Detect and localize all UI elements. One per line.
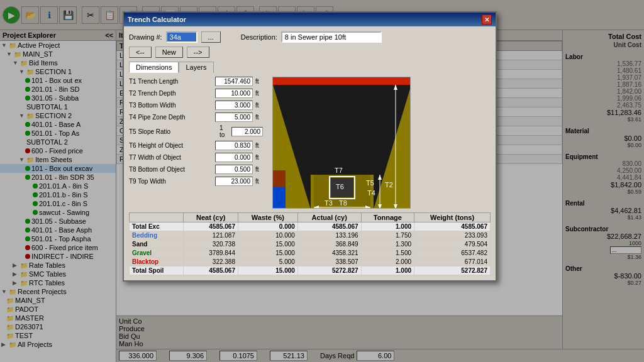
dim-t8-label: T8 Bottom of Object: [129, 166, 213, 173]
dim-t9-label: T9 Top Width: [129, 178, 213, 185]
drawing-row: Drawing #: ... Description:: [129, 31, 491, 43]
dim-t1-input[interactable]: [215, 77, 253, 86]
browse-btn[interactable]: ...: [201, 31, 221, 43]
drawing-input[interactable]: [166, 31, 197, 43]
modal-title: Trench Calculator: [128, 16, 186, 23]
col-empty: [130, 213, 184, 222]
back-btn[interactable]: <--: [129, 47, 152, 58]
dim-t4-label: T4 Pipe Zone Depth: [129, 114, 213, 121]
row-label-blacktop: Blacktop: [130, 258, 184, 266]
dim-t3-unit: ft: [255, 102, 267, 109]
tab-layers[interactable]: Layers: [179, 62, 213, 73]
tab-dimensions[interactable]: Dimensions: [129, 62, 179, 73]
dim-t8-input[interactable]: [215, 165, 253, 174]
cell-neat-sand: 320.738: [184, 240, 238, 249]
dim-t6-unit: ft: [255, 142, 267, 149]
svg-text:T7: T7: [335, 167, 343, 174]
dim-t6-input[interactable]: [215, 141, 253, 150]
row-label-total-exc: Total Exc: [130, 222, 184, 231]
dim-t2-input[interactable]: [215, 89, 253, 98]
description-label: Description:: [241, 33, 277, 41]
dim-t6-label: T6 Height of Object: [129, 142, 213, 149]
dim-t3-input[interactable]: [215, 101, 253, 110]
dim-t2: T2 Trench Depth ft: [129, 89, 267, 98]
table-row-total-spoil: Total Spoil 4585.067 15.000 5272.827 1.0…: [130, 266, 491, 275]
cell-waste-blacktop: 5.000: [238, 258, 297, 266]
cell-neat-bedding: 121.087: [184, 231, 238, 240]
dim-t4-unit: ft: [255, 114, 267, 121]
dim-t2-label: T2 Trench Depth: [129, 90, 213, 97]
svg-text:T5: T5: [366, 179, 374, 187]
cell-actual-blacktop: 338.507: [297, 258, 361, 266]
cell-weight-blacktop: 677.014: [414, 258, 491, 266]
cell-tonnage-spoil: 1.000: [361, 266, 414, 275]
dim-t5: T5 Slope Ratio 1 to: [129, 124, 267, 138]
cell-tonnage-gravel: 1.500: [361, 249, 414, 258]
svg-text:T8: T8: [339, 199, 347, 207]
dim-t7-input[interactable]: [215, 153, 253, 162]
svg-rect-1: [273, 77, 411, 85]
dim-t5-input[interactable]: [231, 127, 263, 136]
table-row-sand: Sand 320.738 15.000 368.849 1.300 479.50…: [130, 240, 491, 249]
drawing-label: Drawing #:: [129, 33, 162, 41]
cell-tonnage-sand: 1.300: [361, 240, 414, 249]
description-input[interactable]: [281, 31, 382, 43]
svg-text:T2: T2: [385, 181, 393, 189]
dim-t7: T7 Width of Object ft: [129, 153, 267, 162]
dim-t4: T4 Pipe Zone Depth ft: [129, 112, 267, 122]
dim-t1-label: T1 Trench Length: [129, 78, 213, 85]
bottom-summary-table: Neat (cy) Waste (%) Actual (cy) Tonnage …: [129, 212, 491, 275]
cell-weight-gravel: 6537.482: [414, 249, 491, 258]
dimensions-panel: T1 Trench Length ft T2 Trench Depth ft T…: [129, 77, 267, 209]
dim-t7-unit: ft: [255, 154, 267, 161]
dim-t1-unit: ft: [255, 78, 267, 85]
table-row-total-exc: Total Exc 4585.067 0.000 4585.067 1.000 …: [130, 222, 491, 231]
cell-waste-total: 0.000: [238, 222, 297, 231]
forward-btn[interactable]: -->: [187, 47, 209, 58]
nav-row: <-- New -->: [129, 47, 491, 58]
dim-t6: T6 Height of Object ft: [129, 141, 267, 150]
trench-calculator-modal: Trench Calculator ✕ Drawing #: ... Descr…: [123, 11, 497, 282]
row-label-gravel: Gravel: [130, 249, 184, 258]
dim-t4-input[interactable]: [215, 112, 253, 122]
cell-weight-total: 4585.067: [414, 222, 491, 231]
cell-weight-bedding: 233.093: [414, 231, 491, 240]
table-row-bedding: Bedding 121.087 10.000 133.196 1.750 233…: [130, 231, 491, 240]
modal-close-btn[interactable]: ✕: [482, 14, 492, 25]
row-label-bedding: Bedding: [130, 231, 184, 240]
summary-table: Neat (cy) Waste (%) Actual (cy) Tonnage …: [129, 212, 491, 275]
cell-actual-gravel: 4358.321: [297, 249, 361, 258]
modal-overlay: Trench Calculator ✕ Drawing #: ... Descr…: [0, 0, 644, 362]
svg-rect-7: [273, 187, 286, 209]
trench-diagram: T9: [272, 77, 411, 209]
svg-rect-8: [273, 170, 286, 187]
cell-weight-spoil: 5272.827: [414, 266, 491, 275]
col-weight: Weight (tons): [414, 213, 491, 222]
table-row-blacktop: Blacktop 322.388 5.000 338.507 2.000 677…: [130, 258, 491, 266]
dim-t5-label: T5 Slope Ratio: [129, 128, 217, 135]
col-actual: Actual (cy): [297, 213, 361, 222]
cell-actual-sand: 368.849: [297, 240, 361, 249]
dim-t3: T3 Bottom Width ft: [129, 101, 267, 110]
cell-actual-bedding: 133.196: [297, 231, 361, 240]
dim-t9-input[interactable]: [215, 177, 253, 186]
dim-t5-to: 1 to: [219, 124, 229, 138]
cell-waste-spoil: 15.000: [238, 266, 297, 275]
col-neat: Neat (cy): [184, 213, 238, 222]
col-waste: Waste (%): [238, 213, 297, 222]
dim-t1: T1 Trench Length ft: [129, 77, 267, 86]
cell-actual-total: 4585.067: [297, 222, 361, 231]
dim-t8-unit: ft: [255, 166, 267, 173]
dim-t2-unit: ft: [255, 90, 267, 97]
cell-neat-gravel: 3789.844: [184, 249, 238, 258]
svg-text:T4: T4: [367, 189, 375, 197]
table-row-gravel: Gravel 3789.844 15.000 4358.321 1.500 65…: [130, 249, 491, 258]
svg-text:T6: T6: [336, 183, 344, 190]
cell-neat-total: 4585.067: [184, 222, 238, 231]
trench-diagram-svg: T9: [273, 77, 411, 209]
cell-tonnage-blacktop: 2.000: [361, 258, 414, 266]
dim-t3-label: T3 Bottom Width: [129, 102, 213, 109]
cell-neat-blacktop: 322.388: [184, 258, 238, 266]
row-label-sand: Sand: [130, 240, 184, 249]
new-btn[interactable]: New: [155, 47, 183, 58]
